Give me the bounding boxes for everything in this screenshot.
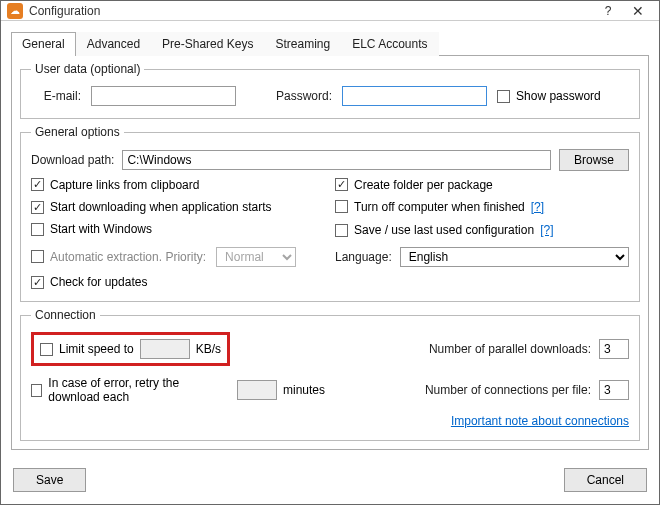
check-updates-label: Check for updates: [50, 275, 147, 289]
tab-panel-general: User data (optional) E-mail: Password: S…: [11, 56, 649, 450]
show-password-checkbox[interactable]: Show password: [497, 89, 601, 103]
capture-links-checkbox[interactable]: Capture links from clipboard: [31, 178, 199, 192]
close-button[interactable]: ✕: [623, 3, 653, 19]
dialog-footer: Save Cancel: [1, 458, 659, 504]
turnoff-label: Turn off computer when finished: [354, 200, 525, 214]
start-windows-checkbox[interactable]: Start with Windows: [31, 222, 152, 236]
start-download-checkbox[interactable]: Start downloading when application start…: [31, 200, 271, 214]
start-download-label: Start downloading when application start…: [50, 200, 271, 214]
password-input[interactable]: [342, 86, 487, 106]
dialog-body: General Advanced Pre-Shared Keys Streami…: [1, 21, 659, 458]
tab-bar: General Advanced Pre-Shared Keys Streami…: [11, 31, 649, 56]
password-label: Password:: [276, 89, 332, 103]
limit-speed-label: Limit speed to: [59, 342, 134, 356]
download-path-label: Download path:: [31, 153, 114, 167]
tab-general[interactable]: General: [11, 32, 76, 56]
priority-select: Normal: [216, 247, 296, 267]
create-folder-checkbox[interactable]: Create folder per package: [335, 178, 493, 192]
tab-advanced[interactable]: Advanced: [76, 32, 151, 56]
configuration-window: ☁ Configuration ? ✕ General Advanced Pre…: [0, 0, 660, 505]
window-title: Configuration: [29, 4, 593, 18]
connection-note-link[interactable]: Important note about connections: [451, 414, 629, 428]
save-last-checkbox[interactable]: Save / use last used configuration: [335, 223, 534, 237]
save-last-help-link[interactable]: [?]: [540, 223, 553, 237]
tab-streaming[interactable]: Streaming: [264, 32, 341, 56]
turnoff-checkbox[interactable]: Turn off computer when finished: [335, 200, 525, 214]
limit-speed-input: [140, 339, 190, 359]
connection-group: Connection Limit speed to KB/s: [20, 308, 640, 441]
retry-label: In case of error, retry the download eac…: [48, 376, 231, 404]
email-label: E-mail:: [31, 89, 81, 103]
limit-speed-unit: KB/s: [196, 342, 221, 356]
parallel-input[interactable]: [599, 339, 629, 359]
userdata-group: User data (optional) E-mail: Password: S…: [20, 62, 640, 119]
download-path-input[interactable]: [122, 150, 551, 170]
language-label: Language:: [335, 250, 392, 264]
auto-extract-label: Automatic extraction. Priority:: [50, 250, 206, 264]
tab-preshared-keys[interactable]: Pre-Shared Keys: [151, 32, 264, 56]
retry-input: [237, 380, 277, 400]
auto-extract-checkbox[interactable]: Automatic extraction. Priority:: [31, 250, 206, 264]
perfile-label: Number of connections per file:: [425, 383, 591, 397]
titlebar: ☁ Configuration ? ✕: [1, 1, 659, 21]
language-select[interactable]: English: [400, 247, 629, 267]
help-button[interactable]: ?: [593, 4, 623, 18]
save-last-label: Save / use last used configuration: [354, 223, 534, 237]
limit-speed-checkbox[interactable]: Limit speed to: [40, 342, 134, 356]
general-options-group: General options Download path: Browse Ca…: [20, 125, 640, 302]
show-password-label: Show password: [516, 89, 601, 103]
perfile-input[interactable]: [599, 380, 629, 400]
retry-checkbox[interactable]: In case of error, retry the download eac…: [31, 376, 231, 404]
tab-elc-accounts[interactable]: ELC Accounts: [341, 32, 438, 56]
limit-speed-highlight: Limit speed to KB/s: [31, 332, 230, 366]
userdata-legend: User data (optional): [31, 62, 144, 76]
capture-links-label: Capture links from clipboard: [50, 178, 199, 192]
connection-legend: Connection: [31, 308, 100, 322]
browse-button[interactable]: Browse: [559, 149, 629, 171]
parallel-label: Number of parallel downloads:: [429, 342, 591, 356]
check-updates-checkbox[interactable]: Check for updates: [31, 275, 147, 289]
retry-unit: minutes: [283, 383, 325, 397]
save-button[interactable]: Save: [13, 468, 86, 492]
general-options-legend: General options: [31, 125, 124, 139]
create-folder-label: Create folder per package: [354, 178, 493, 192]
cancel-button[interactable]: Cancel: [564, 468, 647, 492]
app-icon: ☁: [7, 3, 23, 19]
start-windows-label: Start with Windows: [50, 222, 152, 236]
email-input[interactable]: [91, 86, 236, 106]
turnoff-help-link[interactable]: [?]: [531, 200, 544, 214]
